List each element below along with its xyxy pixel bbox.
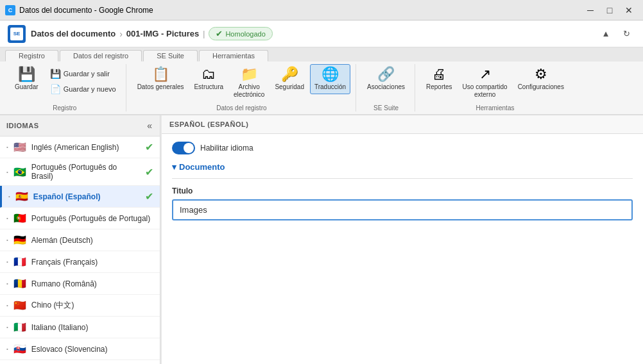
lang-item[interactable]: • 🇧🇷 Português (Português do Brasil) ✔ [0, 158, 160, 186]
documento-link[interactable]: ▾ Documento [172, 162, 633, 172]
title-bar-left: C Datos del documento - Google Chrome [5, 5, 153, 15]
lang-name: Français (Français) [31, 258, 153, 267]
title-bar-text: Datos del documento - Google Chrome [19, 6, 153, 15]
lang-item[interactable]: • 🇪🇸 Español (Español) ✔ [0, 186, 160, 208]
ribbon: Registro Datos del registro SE Suite Her… [0, 47, 643, 115]
ribbon-group-label-1: Datos del registro [216, 103, 266, 112]
app-logo-inner: SE [10, 28, 23, 40]
datos-generales-icon: 📋 [152, 67, 169, 81]
section-header-row: ▾ Documento [172, 162, 633, 179]
chrome-icon: C [5, 5, 15, 15]
header-actions: ▲ ↻ [597, 25, 635, 43]
maximize-button[interactable]: □ [601, 1, 619, 19]
lang-item[interactable]: • 🇸🇰 Eslovaco (Slovencina) [0, 338, 160, 360]
reportes-icon: 🖨 [432, 67, 446, 81]
reportes-button[interactable]: 🖨 Reportes [422, 64, 457, 94]
save-icon: 💾 [18, 67, 35, 81]
reportes-label: Reportes [426, 83, 452, 91]
lang-name: Español (Español) [33, 192, 140, 201]
collapse-button[interactable]: « [146, 120, 153, 131]
lang-item[interactable]: • 🇩🇪 Alemán (Deutsch) [0, 229, 160, 251]
flag-icon: 🇩🇪 [13, 234, 26, 246]
lang-dot: • [6, 259, 8, 265]
lang-name: Eslovaco (Slovencina) [31, 345, 153, 354]
app-logo: SE [8, 25, 26, 43]
lang-check-icon: ✔ [145, 166, 153, 178]
flag-icon: 🇪🇸 [15, 190, 28, 203]
idioma-toggle[interactable] [172, 142, 195, 154]
left-panel-header: IDIOMAS « [0, 115, 160, 136]
lang-check-icon: ✔ [145, 190, 153, 203]
lang-check-icon: ✔ [145, 141, 153, 153]
titulo-field-group: Titulo [172, 186, 633, 220]
lang-item[interactable]: • 🇮🇹 Italiano (Italiano) [0, 317, 160, 338]
save-new-icon: 📄 [50, 84, 61, 94]
flag-icon: 🇸🇰 [13, 343, 26, 355]
datos-generales-button[interactable]: 📋 Datos generales [133, 64, 189, 94]
flag-icon: 🇮🇹 [13, 321, 26, 333]
archivo-electronico-button[interactable]: 📁 Archivoelectrónico [229, 64, 269, 102]
ribbon-group-datos: 📋 Datos generales 🗂 Estructura 📁 Archivo… [128, 64, 356, 112]
ribbon-tab-registro[interactable]: Registro [5, 50, 58, 62]
save-label: Guardar [15, 83, 39, 91]
minimize-button[interactable]: ─ [581, 1, 599, 19]
titulo-label: Titulo [172, 186, 633, 195]
traduccion-label: Traducción [314, 83, 346, 91]
app-header: SE Datos del documento › 001-IMG - Pictu… [0, 21, 643, 47]
refresh-button[interactable]: ↻ [617, 25, 635, 43]
ribbon-group-label-0: Registro [53, 103, 76, 112]
uso-compartido-button[interactable]: ↗ Uso compartidoexterno [458, 64, 512, 102]
close-button[interactable]: ✕ [620, 1, 638, 19]
lang-dot: • [6, 302, 8, 308]
seguridad-label: Seguridad [275, 83, 304, 91]
lang-dot: • [6, 324, 8, 330]
lang-name: Português (Português de Portugal) [31, 214, 153, 223]
titulo-input[interactable] [172, 199, 633, 220]
lang-item[interactable]: • 🇵🇹 Português (Português de Portugal) [0, 208, 160, 229]
asociaciones-label: Asociaciones [367, 83, 405, 91]
seguridad-button[interactable]: 🔑 Seguridad [270, 64, 309, 94]
breadcrumb: Datos del documento › 001-IMG - Pictures… [31, 27, 592, 40]
asociaciones-button[interactable]: 🔗 Asociaciones [363, 64, 409, 94]
configuraciones-icon: ⚙ [535, 67, 547, 81]
traduccion-button[interactable]: 🌐 Traducción [310, 64, 350, 94]
lang-item[interactable]: • 🇨🇳 Chino (中文) [0, 295, 160, 317]
ribbon-group-label-2: SE Suite [373, 103, 399, 112]
lang-dot: • [6, 169, 8, 175]
back-button[interactable]: ▲ [597, 25, 615, 43]
traduccion-icon: 🌐 [322, 67, 339, 81]
title-bar-controls: ─ □ ✕ [581, 1, 638, 19]
ribbon-tab-datos[interactable]: Datos del registro [60, 50, 142, 62]
lang-dot: • [6, 346, 8, 352]
ribbon-tabs-row: Registro Datos del registro SE Suite Her… [0, 47, 643, 62]
configuraciones-button[interactable]: ⚙ Configuraciones [513, 64, 569, 94]
ribbon-items-sesuite: 🔗 Asociaciones [363, 64, 409, 102]
estructura-button[interactable]: 🗂 Estructura [189, 64, 228, 94]
uso-compartido-label: Uso compartidoexterno [463, 83, 508, 99]
ribbon-content-row: 💾 Guardar 💾 Guardar y salir 📄 Guardar y … [0, 62, 643, 114]
save-new-button[interactable]: 📄 Guardar y nuevo [46, 82, 121, 96]
save-button[interactable]: 💾 Guardar [9, 64, 44, 94]
lang-name: Italiano (Italiano) [31, 323, 153, 332]
lang-item[interactable]: • 🇺🇸 Inglés (American English) ✔ [0, 136, 160, 158]
lang-item[interactable]: • 🇬🇧 Inglés (British English) [0, 360, 160, 364]
save-exit-button[interactable]: 💾 Guardar y salir [46, 67, 121, 81]
save-side-buttons: 💾 Guardar y salir 📄 Guardar y nuevo [46, 64, 121, 96]
ribbon-tab-herramientas[interactable]: Herramientas [199, 50, 268, 62]
uso-compartido-icon: ↗ [479, 67, 491, 81]
ribbon-tab-sesuite[interactable]: SE Suite [143, 50, 198, 62]
asociaciones-icon: 🔗 [377, 67, 395, 81]
documento-link-text: Documento [179, 162, 225, 172]
configuraciones-label: Configuraciones [518, 83, 564, 91]
title-bar: C Datos del documento - Google Chrome ─ … [0, 0, 643, 21]
ribbon-group-label-3: Herramientas [476, 103, 514, 112]
breadcrumb-sub: 001-IMG - Pictures [126, 29, 199, 38]
right-panel-body: Habilitar idioma ▾ Documento Titulo [162, 134, 643, 364]
breadcrumb-title: Datos del documento [31, 29, 116, 38]
ribbon-group-herramientas: 🖨 Reportes ↗ Uso compartidoexterno ⚙ Con… [416, 64, 574, 112]
lang-name: Chino (中文) [31, 300, 153, 311]
save-exit-icon: 💾 [50, 69, 61, 79]
lang-item[interactable]: • 🇫🇷 Français (Français) [0, 251, 160, 273]
save-exit-label: Guardar y salir [64, 70, 110, 78]
lang-item[interactable]: • 🇷🇴 Rumano (Română) [0, 273, 160, 295]
